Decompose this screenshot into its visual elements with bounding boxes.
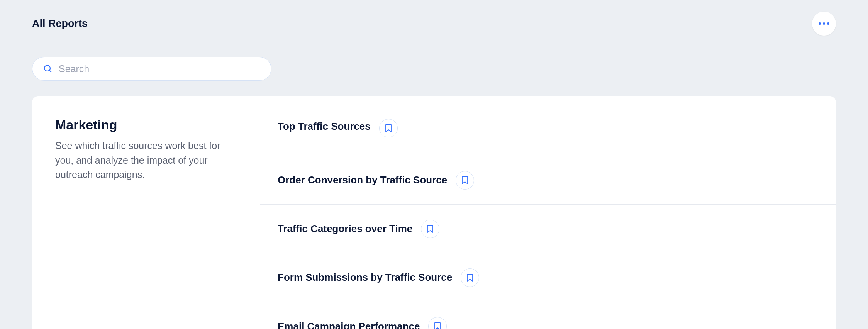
bookmark-icon — [385, 124, 392, 132]
category-description: See which traffic sources work best for … — [55, 139, 233, 182]
category-title: Marketing — [55, 117, 233, 132]
search-input[interactable] — [59, 63, 260, 75]
bookmark-button[interactable] — [421, 220, 439, 238]
more-options-button[interactable] — [812, 12, 836, 36]
bookmark-button[interactable] — [428, 317, 447, 329]
bookmark-icon — [461, 176, 468, 185]
bookmark-icon — [434, 322, 441, 329]
report-item-top-traffic-sources[interactable]: Top Traffic Sources — [260, 117, 836, 156]
search-icon — [43, 64, 53, 73]
search-box[interactable] — [32, 57, 271, 81]
more-icon — [819, 22, 829, 25]
report-name: Form Submissions by Traffic Source — [278, 271, 452, 283]
bookmark-icon — [427, 225, 434, 233]
content-card: Marketing See which traffic sources work… — [32, 96, 836, 329]
page-title: All Reports — [32, 18, 88, 30]
reports-list: Top Traffic Sources Order Conversion by … — [260, 117, 836, 329]
report-name: Email Campaign Performance — [278, 321, 420, 329]
page-header: All Reports — [0, 0, 868, 47]
bookmark-button[interactable] — [456, 171, 474, 190]
report-item-order-conversion[interactable]: Order Conversion by Traffic Source — [260, 156, 836, 205]
report-item-form-submissions[interactable]: Form Submissions by Traffic Source — [260, 253, 836, 302]
bookmark-button[interactable] — [461, 268, 479, 287]
svg-line-1 — [49, 70, 51, 72]
report-item-traffic-categories[interactable]: Traffic Categories over Time — [260, 205, 836, 253]
report-name: Top Traffic Sources — [278, 117, 371, 132]
search-container — [0, 47, 868, 81]
report-name: Traffic Categories over Time — [278, 223, 412, 235]
bookmark-button[interactable] — [379, 119, 398, 137]
bookmark-icon — [466, 273, 473, 282]
report-item-email-campaign[interactable]: Email Campaign Performance — [260, 302, 836, 329]
report-name: Order Conversion by Traffic Source — [278, 174, 447, 186]
category-sidebar: Marketing See which traffic sources work… — [32, 117, 260, 329]
svg-point-0 — [44, 65, 50, 71]
